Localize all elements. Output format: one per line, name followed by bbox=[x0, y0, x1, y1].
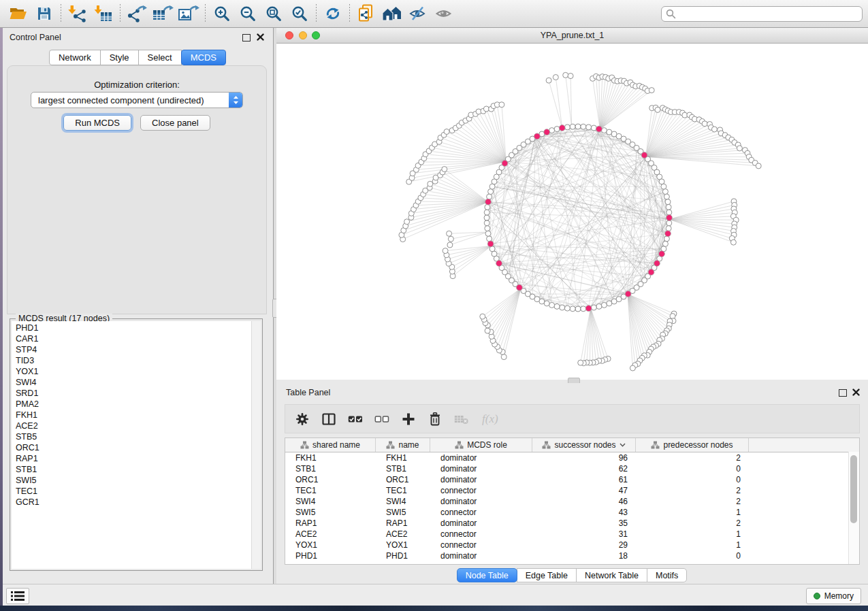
table-row[interactable]: ACE2ACE2connector311 bbox=[285, 529, 859, 540]
network-canvas[interactable] bbox=[276, 44, 868, 380]
cell-predecessor_nodes[interactable]: 2 bbox=[636, 497, 749, 506]
cell-mcds_role[interactable]: connector bbox=[430, 508, 532, 517]
column-header-predecessor-nodes[interactable]: predecessor nodes bbox=[636, 438, 749, 452]
cell-successor_nodes[interactable]: 35 bbox=[532, 518, 636, 528]
table-scrollbar-thumb[interactable] bbox=[850, 455, 857, 523]
network-from-selection-button[interactable] bbox=[353, 3, 379, 24]
first-neighbors-button[interactable] bbox=[379, 3, 405, 24]
delete-column-button[interactable] bbox=[428, 412, 443, 427]
cell-successor_nodes[interactable]: 29 bbox=[532, 540, 636, 550]
cell-mcds_role[interactable]: dominator bbox=[430, 497, 532, 506]
cell-mcds_role[interactable]: connector bbox=[430, 486, 532, 495]
column-header-name[interactable]: name bbox=[376, 438, 430, 452]
tab-edge-table[interactable]: Edge Table bbox=[517, 568, 577, 582]
mcds-result-item[interactable]: FKH1 bbox=[16, 410, 252, 420]
save-button[interactable] bbox=[31, 3, 57, 24]
mcds-result-item[interactable]: SWI4 bbox=[16, 377, 252, 388]
open-button[interactable] bbox=[5, 3, 31, 24]
export-image-button[interactable] bbox=[176, 3, 202, 24]
cell-mcds_role[interactable]: dominator bbox=[430, 551, 532, 561]
close-icon[interactable] bbox=[852, 389, 860, 396]
table-scrollbar[interactable] bbox=[848, 452, 859, 564]
table-row[interactable]: FKH1FKH1dominator962 bbox=[285, 452, 859, 463]
cell-shared_name[interactable]: PHD1 bbox=[285, 551, 376, 561]
cell-successor_nodes[interactable]: 31 bbox=[532, 529, 636, 539]
table-row[interactable]: ORC1ORC1dominator610 bbox=[285, 474, 859, 485]
cell-predecessor_nodes[interactable]: 2 bbox=[636, 518, 749, 528]
cell-successor_nodes[interactable]: 18 bbox=[532, 551, 636, 561]
export-table-button[interactable] bbox=[150, 3, 176, 24]
cell-shared_name[interactable]: SWI4 bbox=[285, 497, 376, 506]
apply-layout-button[interactable] bbox=[320, 3, 346, 24]
tab-node-table[interactable]: Node Table bbox=[457, 568, 517, 582]
cell-mcds_role[interactable]: dominator bbox=[430, 464, 532, 474]
cell-successor_nodes[interactable]: 96 bbox=[532, 453, 636, 463]
cell-predecessor_nodes[interactable]: 0 bbox=[636, 464, 749, 474]
cell-mcds_role[interactable]: dominator bbox=[430, 475, 532, 484]
column-header-shared-name[interactable]: shared name bbox=[285, 438, 376, 452]
zoom-out-button[interactable] bbox=[235, 3, 261, 24]
cell-predecessor_nodes[interactable]: 2 bbox=[636, 453, 749, 463]
import-table-button[interactable] bbox=[91, 3, 116, 24]
memory-button[interactable]: Memory bbox=[806, 588, 861, 604]
close-panel-button[interactable]: Close panel bbox=[140, 115, 210, 131]
mcds-result-item[interactable]: YOX1 bbox=[16, 366, 252, 377]
cell-shared_name[interactable]: STB1 bbox=[285, 464, 376, 474]
add-column-button[interactable] bbox=[401, 412, 416, 427]
mcds-result-item[interactable]: CAR1 bbox=[16, 333, 252, 344]
cell-mcds_role[interactable]: connector bbox=[430, 540, 532, 550]
mcds-result-item[interactable]: SRD1 bbox=[16, 388, 252, 399]
cell-name[interactable]: TEC1 bbox=[376, 486, 430, 495]
cell-name[interactable]: FKH1 bbox=[376, 453, 430, 463]
mcds-result-item[interactable]: TEC1 bbox=[16, 486, 252, 497]
cell-predecessor_nodes[interactable]: 1 bbox=[636, 508, 749, 517]
cell-mcds_role[interactable]: dominator bbox=[430, 518, 532, 528]
mcds-result-item[interactable]: TID3 bbox=[16, 355, 252, 366]
cell-shared_name[interactable]: FKH1 bbox=[285, 453, 376, 463]
network-window-titlebar[interactable]: YPA_prune.txt_1 bbox=[276, 28, 868, 44]
cell-shared_name[interactable]: ACE2 bbox=[285, 529, 376, 539]
cell-shared_name[interactable]: SWI5 bbox=[285, 508, 376, 517]
mcds-result-item[interactable]: ORC1 bbox=[16, 442, 252, 453]
cell-predecessor_nodes[interactable]: 1 bbox=[636, 540, 749, 550]
cell-predecessor_nodes[interactable]: 1 bbox=[636, 529, 749, 539]
column-header-MCDS-role[interactable]: MCDS role bbox=[430, 438, 532, 452]
cell-name[interactable]: YOX1 bbox=[376, 540, 430, 550]
table-row[interactable]: SWI5SWI5connector431 bbox=[285, 507, 859, 518]
export-network-button[interactable] bbox=[124, 3, 150, 24]
cell-name[interactable]: ACE2 bbox=[376, 529, 430, 539]
column-header-successor-nodes[interactable]: successor nodes bbox=[532, 438, 636, 452]
search-box[interactable] bbox=[661, 6, 863, 22]
table-settings-button[interactable] bbox=[295, 412, 310, 427]
cell-successor_nodes[interactable]: 47 bbox=[532, 486, 636, 495]
cell-name[interactable]: ORC1 bbox=[376, 475, 430, 484]
cell-name[interactable]: RAP1 bbox=[376, 518, 430, 528]
task-history-button[interactable] bbox=[6, 588, 29, 604]
cell-successor_nodes[interactable]: 43 bbox=[532, 508, 636, 517]
close-icon[interactable] bbox=[257, 33, 264, 41]
cell-shared_name[interactable]: RAP1 bbox=[285, 518, 376, 528]
mcds-result-item[interactable]: GCR1 bbox=[16, 497, 252, 508]
cell-name[interactable]: PHD1 bbox=[376, 551, 430, 561]
mcds-result-item[interactable]: STB1 bbox=[16, 464, 252, 475]
mcds-result-item[interactable]: ACE2 bbox=[16, 420, 252, 431]
table-row[interactable]: SWI4SWI4dominator462 bbox=[285, 496, 859, 507]
table-row[interactable]: PHD1PHD1dominator180 bbox=[285, 550, 859, 561]
tab-network[interactable]: Network bbox=[49, 50, 101, 65]
float-window-icon[interactable] bbox=[839, 389, 847, 397]
cell-name[interactable]: SWI5 bbox=[376, 508, 430, 517]
mcds-result-item[interactable]: PMA2 bbox=[16, 399, 252, 410]
tab-select[interactable]: Select bbox=[138, 50, 182, 65]
cell-predecessor_nodes[interactable]: 0 bbox=[636, 475, 749, 484]
search-input[interactable] bbox=[679, 8, 858, 19]
cell-successor_nodes[interactable]: 46 bbox=[532, 497, 636, 506]
cell-shared_name[interactable]: ORC1 bbox=[285, 475, 376, 484]
optimization-dropdown[interactable]: largest connected component (undirected) bbox=[31, 92, 243, 108]
mcds-result-list[interactable]: PHD1CAR1STP4TID3YOX1SWI4SRD1PMA2FKH1ACE2… bbox=[12, 321, 252, 569]
table-row[interactable]: RAP1RAP1dominator352 bbox=[285, 518, 859, 529]
show-all-button[interactable] bbox=[431, 3, 457, 24]
cell-successor_nodes[interactable]: 62 bbox=[532, 464, 636, 474]
cell-shared_name[interactable]: TEC1 bbox=[285, 486, 376, 495]
zoom-selected-button[interactable] bbox=[287, 3, 312, 24]
select-all-button[interactable] bbox=[348, 412, 363, 427]
